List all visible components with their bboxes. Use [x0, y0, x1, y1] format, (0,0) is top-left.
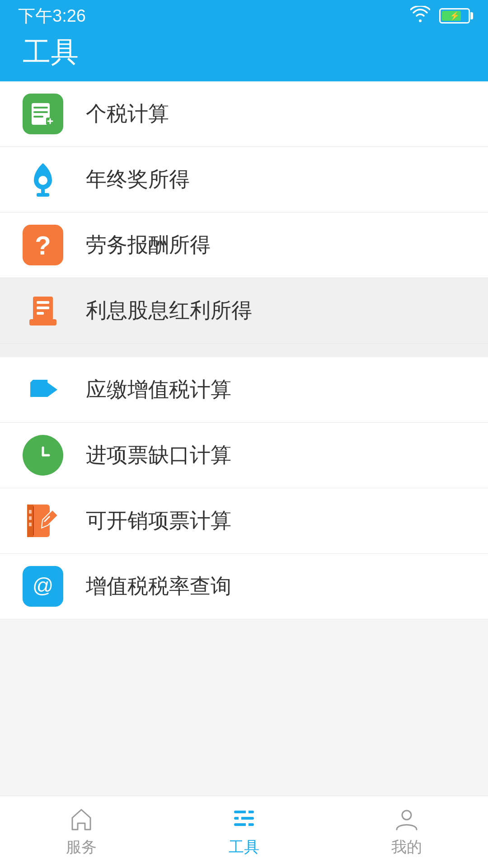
svg-rect-30 — [246, 811, 249, 813]
svg-rect-24 — [29, 523, 32, 526]
svg-rect-32 — [246, 823, 249, 826]
svg-marker-15 — [47, 382, 57, 397]
list-item-vat-rate[interactable]: @ 增值税税率查询 — [0, 554, 488, 619]
vat-icon — [23, 369, 63, 410]
svg-rect-29 — [234, 823, 254, 826]
main-content: 个税计算 年终奖所得 ? 劳务报酬所得 — [0, 81, 488, 796]
svg-rect-9 — [37, 193, 49, 197]
nav-service-label: 服务 — [66, 837, 97, 858]
vat-rate-icon: @ — [23, 566, 63, 607]
nav-me-label: 我的 — [391, 837, 422, 858]
output-ticket-label: 可开销项票计算 — [86, 507, 231, 535]
svg-rect-28 — [234, 817, 254, 820]
home-icon — [69, 807, 94, 832]
nav-tools-label: 工具 — [229, 837, 259, 858]
list-item-tax-calc[interactable]: 个税计算 — [0, 81, 488, 147]
svg-point-33 — [402, 811, 411, 820]
labor-icon: ? — [23, 225, 63, 265]
interest-label: 利息股息红利所得 — [86, 297, 252, 325]
battery-icon: ⚡ — [439, 8, 470, 24]
status-bar: 下午3:26 ⚡ — [0, 0, 488, 32]
svg-rect-11 — [37, 301, 49, 304]
year-end-label: 年终奖所得 — [86, 165, 190, 193]
section-divider — [0, 344, 488, 357]
svg-rect-13 — [37, 312, 44, 315]
year-end-icon — [23, 159, 63, 200]
list-item-input-ticket[interactable]: 进项票缺口计算 — [0, 423, 488, 488]
nav-item-tools[interactable]: 工具 — [163, 796, 325, 868]
svg-rect-23 — [29, 516, 32, 520]
svg-rect-27 — [234, 811, 254, 813]
labor-label: 劳务报酬所得 — [86, 231, 211, 259]
input-ticket-label: 进项票缺口计算 — [86, 441, 231, 469]
vat-label: 应缴增值税计算 — [86, 376, 231, 404]
list-item-year-end[interactable]: 年终奖所得 — [0, 147, 488, 212]
list-item-labor[interactable]: ? 劳务报酬所得 — [0, 212, 488, 278]
bottom-navigation: 服务 工具 我的 — [0, 796, 488, 868]
tools-icon — [231, 807, 257, 832]
svg-text:@: @ — [33, 574, 54, 597]
person-icon — [394, 807, 419, 832]
list-item-vat[interactable]: 应缴增值税计算 — [0, 357, 488, 423]
list-item-output-ticket[interactable]: 可开销项票计算 — [0, 488, 488, 554]
input-ticket-icon — [23, 435, 63, 476]
nav-item-service[interactable]: 服务 — [0, 796, 163, 868]
page-header: 工具 — [0, 32, 488, 81]
tax-calc-icon — [23, 94, 63, 134]
status-icons: ⚡ — [410, 6, 470, 26]
svg-rect-20 — [27, 505, 33, 537]
interest-icon — [23, 290, 63, 331]
output-ticket-icon — [23, 500, 63, 541]
status-time: 下午3:26 — [18, 5, 86, 28]
nav-item-me[interactable]: 我的 — [325, 796, 488, 868]
svg-rect-22 — [29, 510, 32, 514]
vat-rate-label: 增值税税率查询 — [86, 572, 231, 600]
svg-point-7 — [38, 176, 47, 185]
wifi-icon — [410, 6, 430, 26]
svg-rect-14 — [29, 319, 56, 326]
svg-rect-12 — [37, 307, 49, 309]
svg-rect-31 — [239, 817, 241, 820]
list-item-interest[interactable]: 利息股息红利所得 — [0, 278, 488, 344]
page-title: 工具 — [23, 33, 79, 71]
tax-calc-label: 个税计算 — [86, 100, 169, 128]
